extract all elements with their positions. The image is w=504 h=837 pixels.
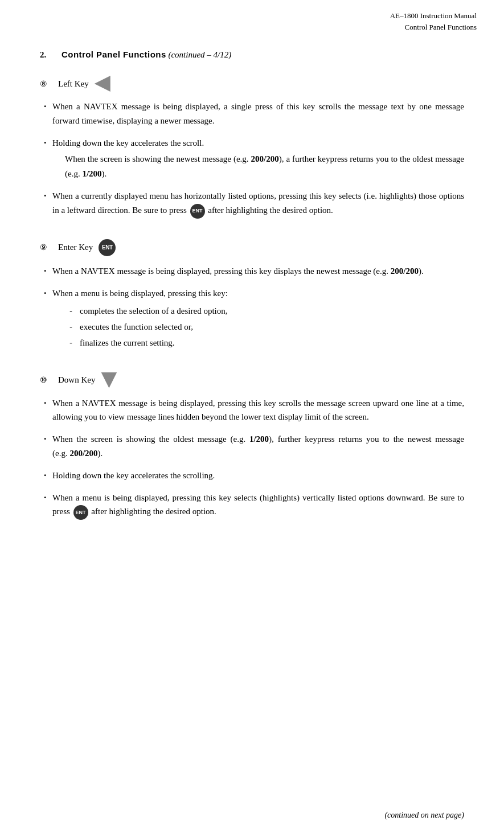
dash-item: completes the selection of a desired opt…: [80, 304, 228, 318]
item-down-key: ⑩ Down Key ・ When a NAVTEX message is be…: [40, 372, 464, 520]
list-item: - finalizes the current setting.: [69, 336, 464, 350]
section-heading: Control Panel Functions (continued – 4/1…: [62, 50, 231, 60]
item9-header: ⑨ Enter Key ENT: [40, 239, 464, 256]
dash-item: finalizes the current setting.: [80, 336, 175, 350]
item10-bullet4: When a menu is being displayed, pressing…: [52, 491, 464, 520]
list-item: ・ When a currently displayed menu has ho…: [40, 189, 464, 218]
ent-icon-inline-2: ENT: [73, 505, 88, 520]
section-title-bold: Control Panel Functions: [62, 50, 166, 59]
item10-num: ⑩: [40, 375, 52, 385]
item10-bullet-list: ・ When a NAVTEX message is being display…: [40, 396, 464, 520]
main-content: 2. Control Panel Functions (continued – …: [0, 32, 504, 575]
list-item: ・ When the screen is showing the oldest …: [40, 432, 464, 461]
item-left-key: ⑧ Left Key ・ When a NAVTEX message is be…: [40, 76, 464, 219]
item8-header: ⑧ Left Key: [40, 76, 464, 92]
item9-dash-list: - completes the selection of a desired o…: [52, 304, 464, 350]
item8-label: Left Key: [58, 79, 89, 89]
item10-bullet2: When the screen is showing the oldest me…: [52, 432, 464, 461]
footer-text: (continued on next page): [384, 811, 464, 819]
left-arrow-icon: [95, 76, 110, 92]
item10-bullet3: Holding down the key accelerates the scr…: [52, 469, 464, 483]
down-arrow-icon: [101, 372, 117, 388]
item9-label: Enter Key: [58, 243, 93, 252]
item8-num: ⑧: [40, 79, 52, 89]
item9-bullet-list: ・ When a NAVTEX message is being display…: [40, 264, 464, 352]
list-item: ・ When a menu is being displayed, pressi…: [40, 286, 464, 352]
list-item: - completes the selection of a desired o…: [69, 304, 464, 318]
list-item: - executes the function selected or,: [69, 320, 464, 334]
header-line1: AE–1800 Instruction Manual: [27, 10, 477, 22]
page-footer: (continued on next page): [384, 811, 464, 820]
list-item: ・ When a menu is being displayed, pressi…: [40, 491, 464, 520]
section-title-italic: (continued – 4/12): [168, 50, 231, 59]
dash-item: executes the function selected or,: [80, 320, 193, 334]
item10-bullet1: When a NAVTEX message is being displayed…: [52, 396, 464, 425]
list-item: ・ When a NAVTEX message is being display…: [40, 264, 464, 278]
item9-num: ⑨: [40, 243, 52, 252]
item8-bullet-list: ・ When a NAVTEX message is being display…: [40, 100, 464, 219]
item9-bullet2: When a menu is being displayed, pressing…: [52, 286, 464, 352]
list-item: ・ When a NAVTEX message is being display…: [40, 100, 464, 128]
item10-label: Down Key: [58, 375, 95, 385]
ent-icon-inline: ENT: [190, 204, 205, 219]
item8-bullet1: When a NAVTEX message is being displayed…: [52, 100, 464, 128]
section-number: 2.: [40, 50, 51, 60]
list-item: ・ Holding down the key accelerates the s…: [40, 136, 464, 182]
item8-bullet3: When a currently displayed menu has hori…: [52, 189, 464, 218]
item8-bullet2: Holding down the key accelerates the scr…: [52, 136, 464, 182]
list-item: ・ When a NAVTEX message is being display…: [40, 396, 464, 425]
item8-bullet2-continuation: When the screen is showing the newest me…: [52, 152, 464, 181]
list-item: ・ Holding down the key accelerates the s…: [40, 469, 464, 483]
header-line2: Control Panel Functions: [27, 22, 477, 33]
page-header: AE–1800 Instruction Manual Control Panel…: [0, 0, 504, 32]
item-enter-key: ⑨ Enter Key ENT ・ When a NAVTEX message …: [40, 239, 464, 352]
item10-header: ⑩ Down Key: [40, 372, 464, 388]
item9-bullet1: When a NAVTEX message is being displayed…: [52, 264, 464, 278]
section-title: 2. Control Panel Functions (continued – …: [40, 50, 464, 60]
ent-key-icon: ENT: [99, 239, 116, 256]
